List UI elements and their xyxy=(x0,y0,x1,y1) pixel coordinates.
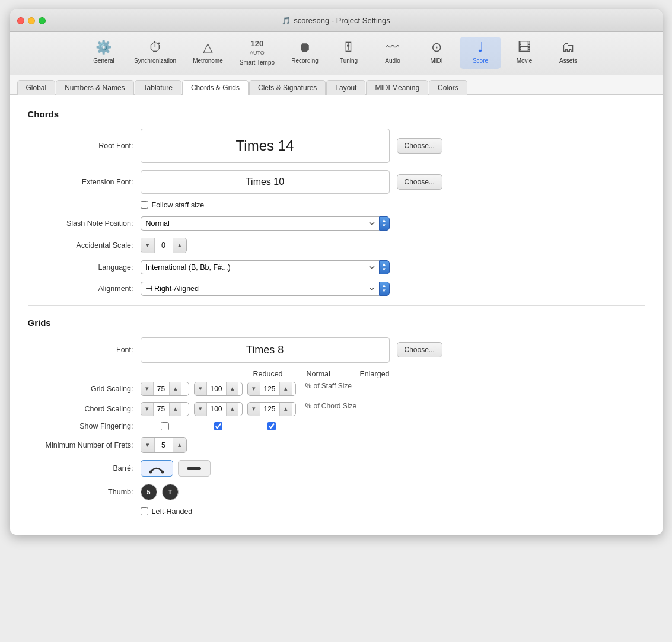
alignment-select-wrapper: ⊣ Right-Aligned Left-Aligned Centered ▲ … xyxy=(141,282,390,296)
content-area: Chords Root Font: Times 14 Choose... Ext… xyxy=(10,95,663,535)
scaling-header-enlarged: Enlarged xyxy=(360,370,413,378)
tab-global[interactable]: Global xyxy=(17,80,56,95)
grid-scaling-reduced-increment[interactable]: ▴ xyxy=(170,382,181,395)
show-fingering-reduced-cell xyxy=(141,422,189,430)
chord-scaling-enlarged-value: 125 xyxy=(260,403,280,416)
chord-scaling-cols: ▾ 75 ▴ ▾ 100 ▴ ▾ 125 ▴ % of Chord Size xyxy=(141,402,357,416)
grid-scaling-enlarged-increment[interactable]: ▴ xyxy=(280,382,292,395)
thumb-5-circle: 5 xyxy=(142,486,155,499)
show-fingering-enlarged-checkbox[interactable] xyxy=(267,422,276,430)
alignment-label: Alignment: xyxy=(28,285,141,293)
tuning-icon: 🎚 xyxy=(342,40,355,55)
toolbar-item-movie[interactable]: 🎞 Movie xyxy=(504,37,545,69)
toolbar-item-assets[interactable]: 🗂 Assets xyxy=(547,37,589,69)
root-font-label: Root Font: xyxy=(28,142,141,150)
toolbar-item-tuning[interactable]: 🎚 Tuning xyxy=(328,37,370,69)
toolbar-label-smart-tempo: Smart Tempo xyxy=(240,59,275,66)
grid-scaling-row: Grid Scaling: ▾ 75 ▴ ▾ 100 ▴ ▾ 125 ▴ % o… xyxy=(28,382,645,396)
tab-midi-meaning[interactable]: MIDI Meaning xyxy=(366,80,428,95)
min-frets-increment[interactable]: ▴ xyxy=(173,438,186,452)
accidental-scale-value: 0 xyxy=(154,238,173,253)
toolbar-item-audio[interactable]: 〰 Audio xyxy=(372,37,413,69)
language-select[interactable]: International (B, Bb, F#...) German (H, … xyxy=(141,260,379,274)
grids-font-label: Font: xyxy=(28,346,141,354)
language-arrows[interactable]: ▲ ▼ xyxy=(379,260,390,274)
scaling-header: Reduced Normal Enlarged xyxy=(141,370,645,378)
toolbar-label-score: Score xyxy=(473,58,488,64)
language-label: Language: xyxy=(28,263,141,272)
alignment-row: Alignment: ⊣ Right-Aligned Left-Aligned … xyxy=(28,282,645,296)
toolbar-item-smart-tempo[interactable]: 120AUTO Smart Tempo xyxy=(233,37,282,69)
thumb-row: Thumb: 5 T xyxy=(28,484,645,500)
toolbar-label-movie: Movie xyxy=(517,58,533,64)
toolbar-label-tuning: Tuning xyxy=(340,58,358,64)
grid-scaling-reduced-value: 75 xyxy=(153,382,170,395)
maximize-button[interactable] xyxy=(39,17,46,24)
grid-scaling-enlarged-stepper: ▾ 125 ▴ xyxy=(247,382,296,396)
chord-scaling-normal-decrement[interactable]: ▾ xyxy=(195,403,206,416)
chord-scaling-reduced-decrement[interactable]: ▾ xyxy=(141,403,153,416)
barre-option-bar[interactable] xyxy=(178,460,211,477)
alignment-arrows[interactable]: ▲ ▼ xyxy=(379,282,390,296)
slash-note-arrows[interactable]: ▲ ▼ xyxy=(379,216,390,231)
show-fingering-reduced-checkbox[interactable] xyxy=(161,422,169,430)
chord-scaling-label: Chord Scaling: xyxy=(28,405,141,413)
language-select-wrapper: International (B, Bb, F#...) German (H, … xyxy=(141,260,390,274)
barre-option-arc[interactable] xyxy=(141,460,173,477)
show-fingering-enlarged-cell xyxy=(247,422,296,430)
chord-scaling-reduced-increment[interactable]: ▴ xyxy=(170,403,181,416)
close-button[interactable] xyxy=(17,17,24,24)
minimize-button[interactable] xyxy=(28,17,35,24)
chord-scaling-normal-increment[interactable]: ▴ xyxy=(227,403,238,416)
chord-scaling-reduced-value: 75 xyxy=(153,403,170,416)
tab-layout[interactable]: Layout xyxy=(326,80,365,95)
tab-colors[interactable]: Colors xyxy=(429,80,467,95)
accidental-scale-increment[interactable]: ▴ xyxy=(173,238,186,253)
chord-scaling-normal-value: 100 xyxy=(206,403,227,416)
midi-icon: ⊙ xyxy=(431,40,442,55)
toolbar-item-score[interactable]: ♩ Score xyxy=(460,37,501,69)
tab-tablature[interactable]: Tablature xyxy=(135,80,181,95)
chord-scaling-enlarged-decrement[interactable]: ▾ xyxy=(248,403,260,416)
min-frets-row: Minimum Number of Frets: ▾ 5 ▴ xyxy=(28,437,645,453)
chord-scaling-row: Chord Scaling: ▾ 75 ▴ ▾ 100 ▴ ▾ 125 ▴ % … xyxy=(28,402,645,416)
section-divider xyxy=(28,305,645,306)
tab-numbers-names[interactable]: Numbers & Names xyxy=(56,80,133,95)
accidental-scale-decrement[interactable]: ▾ xyxy=(141,238,154,253)
root-font-choose-button[interactable]: Choose... xyxy=(397,138,442,154)
min-frets-decrement[interactable]: ▾ xyxy=(141,438,154,452)
show-fingering-normal-checkbox[interactable] xyxy=(214,422,222,430)
toolbar-item-synchronization[interactable]: ⏱ Synchronization xyxy=(127,37,183,69)
thumb-option-t[interactable]: T xyxy=(162,484,179,500)
alignment-select[interactable]: ⊣ Right-Aligned Left-Aligned Centered xyxy=(141,282,379,296)
grid-scaling-label: Grid Scaling: xyxy=(28,385,141,393)
follow-staff-size-checkbox[interactable] xyxy=(141,201,148,209)
grid-scaling-normal-increment[interactable]: ▴ xyxy=(227,382,238,395)
slash-note-position-select-wrapper: Normal Above Below ▲ ▼ xyxy=(141,216,390,231)
thumb-option-5[interactable]: 5 xyxy=(141,484,157,500)
tab-clefs-signatures[interactable]: Clefs & Signatures xyxy=(249,80,326,95)
smart-tempo-icon: 120AUTO xyxy=(250,40,265,57)
chord-scaling-enlarged-increment[interactable]: ▴ xyxy=(280,403,292,416)
grid-scaling-enlarged-decrement[interactable]: ▾ xyxy=(248,382,260,395)
min-frets-value: 5 xyxy=(154,438,173,452)
extension-font-row: Extension Font: Times 10 Choose... xyxy=(28,170,645,194)
thumb-options: 5 T xyxy=(141,484,179,500)
grids-font-display: Times 8 xyxy=(141,337,390,363)
grids-font-choose-button[interactable]: Choose... xyxy=(397,342,442,357)
sync-icon: ⏱ xyxy=(149,40,162,55)
toolbar-label-metronome: Metronome xyxy=(193,58,223,64)
left-handed-row: Left-Handed xyxy=(141,507,645,516)
slash-note-position-select[interactable]: Normal Above Below xyxy=(141,216,379,231)
toolbar-item-general[interactable]: ⚙️ General xyxy=(83,37,125,69)
toolbar-item-recording[interactable]: ⏺ Recording xyxy=(284,37,326,69)
grid-scaling-normal-decrement[interactable]: ▾ xyxy=(195,382,206,395)
grid-scaling-reduced-stepper: ▾ 75 ▴ xyxy=(141,382,189,396)
left-handed-checkbox[interactable] xyxy=(141,507,148,515)
toolbar-item-midi[interactable]: ⊙ MIDI xyxy=(416,37,457,69)
tab-chords-grids[interactable]: Chords & Grids xyxy=(182,80,249,95)
extension-font-display: Times 10 xyxy=(141,170,390,194)
extension-font-choose-button[interactable]: Choose... xyxy=(397,174,442,190)
toolbar-item-metronome[interactable]: △ Metronome xyxy=(186,37,230,69)
grid-scaling-reduced-decrement[interactable]: ▾ xyxy=(141,382,153,395)
